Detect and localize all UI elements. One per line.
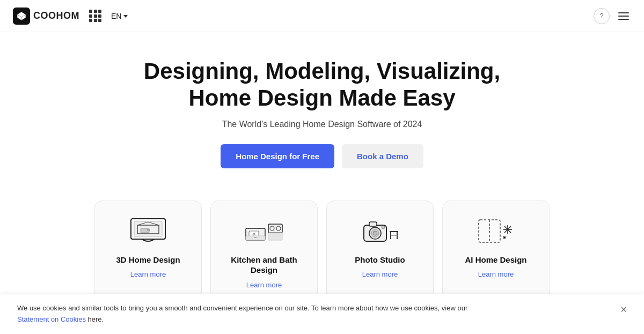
logo[interactable]: COOHOM (13, 8, 79, 25)
card-ai-home[interactable]: AI Home Design Learn more (442, 201, 550, 300)
card-link-photo[interactable]: Learn more (362, 270, 398, 278)
svg-rect-11 (246, 236, 265, 240)
home-design-free-button[interactable]: Home Design for Free (221, 144, 334, 168)
book-demo-button[interactable]: Book a Demo (342, 144, 423, 168)
cookie-text: We use cookies and similar tools to brin… (17, 303, 500, 325)
svg-point-21 (373, 231, 377, 235)
cookie-policy-link[interactable]: Statement on Cookies (17, 315, 86, 323)
card-icon-photo (358, 214, 401, 248)
language-label: EN (111, 12, 121, 20)
card-title-kitchen: Kitchen and Bath Design (219, 255, 309, 276)
hero-title: Designing, Modeling, Visualizing,Home De… (144, 58, 500, 112)
card-3d-home-design[interactable]: 3D Home Design Learn more (94, 201, 202, 300)
card-link-3d-home[interactable]: Learn more (130, 270, 166, 278)
svg-rect-18 (369, 222, 377, 226)
hamburger-menu-button[interactable] (616, 10, 631, 22)
help-button[interactable]: ? (594, 8, 610, 24)
card-icon-3d-home (127, 214, 170, 248)
menu-line (618, 16, 629, 17)
hero-section: Designing, Modeling, Visualizing,Home De… (0, 32, 644, 181)
logo-icon (13, 8, 30, 25)
card-title-photo: Photo Studio (355, 255, 405, 265)
cookie-banner: We use cookies and similar tools to brin… (0, 294, 644, 334)
language-selector[interactable]: EN (111, 12, 128, 20)
card-icon-kitchen (243, 214, 286, 248)
svg-rect-13 (268, 224, 282, 233)
hero-buttons: Home Design for Free Book a Demo (221, 144, 423, 168)
card-photo-studio[interactable]: Photo Studio Learn more (326, 201, 434, 300)
card-title-ai: AI Home Design (465, 255, 526, 265)
chevron-down-icon (123, 15, 128, 18)
menu-line (618, 12, 629, 13)
cookie-text-before: We use cookies and similar tools to brin… (17, 304, 467, 312)
grid-apps-icon[interactable] (89, 10, 101, 22)
cookie-close-button[interactable]: × (620, 303, 627, 315)
card-link-ai[interactable]: Learn more (478, 270, 514, 278)
svg-point-22 (382, 226, 385, 229)
svg-rect-16 (268, 233, 282, 240)
logo-text: COOHOM (33, 10, 79, 21)
nav-left: COOHOM EN (13, 8, 128, 25)
feature-cards: 3D Home Design Learn more (0, 201, 644, 300)
card-kitchen-bath[interactable]: Kitchen and Bath Design Learn more (210, 201, 318, 300)
help-icon: ? (599, 12, 603, 20)
svg-point-10 (253, 233, 255, 235)
cookie-text-after: here. (86, 315, 104, 323)
menu-line (618, 19, 629, 20)
card-icon-ai (474, 214, 517, 248)
nav-right: ? (594, 8, 631, 24)
card-title-3d-home: 3D Home Design (116, 255, 180, 265)
hero-subtitle: The World's Leading Home Design Software… (222, 120, 422, 129)
card-link-kitchen[interactable]: Learn more (246, 281, 282, 289)
navbar: COOHOM EN ? (0, 0, 644, 32)
svg-rect-7 (147, 229, 150, 231)
